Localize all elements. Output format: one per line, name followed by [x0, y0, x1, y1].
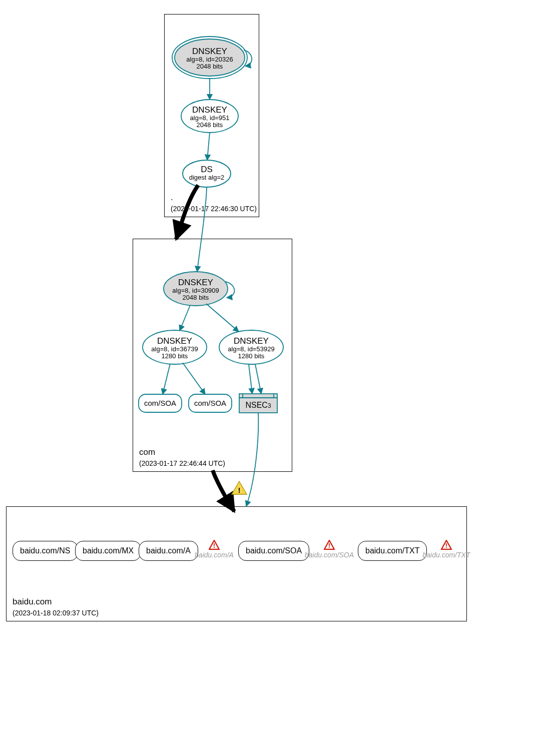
baidu-ns-node[interactable]: baidu.com/NS	[13, 541, 78, 561]
zone-baidu-timestamp: (2023-01-18 02:09:37 UTC)	[13, 609, 99, 617]
error-icon: !	[441, 540, 452, 550]
zone-com-label: com	[139, 447, 155, 457]
baidu-soa-error-label: baidu.com/SOA	[305, 551, 354, 559]
baidu-a-label: baidu.com/A	[146, 546, 191, 555]
warning-icon: !	[232, 481, 247, 494]
baidu-txt-node[interactable]: baidu.com/TXT	[358, 541, 427, 561]
baidu-mx-node[interactable]: baidu.com/MX	[75, 541, 141, 561]
zone-baidu-label: baidu.com	[13, 597, 52, 607]
svg-text:!: !	[213, 542, 215, 549]
svg-text:!: !	[328, 542, 330, 549]
zone-root-label: .	[171, 193, 173, 203]
error-icon: !	[324, 540, 335, 550]
zone-root: . (2023-01-17 22:46:30 UTC)	[164, 14, 259, 217]
zone-baidu: baidu.com (2023-01-18 02:09:37 UTC)	[6, 506, 467, 621]
baidu-soa-label: baidu.com/SOA	[246, 546, 302, 555]
baidu-soa-error[interactable]: ! baidu.com/SOA	[304, 540, 354, 559]
baidu-a-node[interactable]: baidu.com/A	[139, 541, 198, 561]
baidu-mx-label: baidu.com/MX	[83, 546, 134, 555]
zone-com-timestamp: (2023-01-17 22:46:44 UTC)	[139, 459, 225, 467]
zone-com: com (2023-01-17 22:46:44 UTC)	[133, 239, 292, 472]
svg-text:!: !	[238, 486, 241, 494]
baidu-txt-error-label: baidu.com/TXT	[423, 551, 470, 559]
baidu-soa-node[interactable]: baidu.com/SOA	[238, 541, 309, 561]
baidu-ns-label: baidu.com/NS	[20, 546, 71, 555]
baidu-a-error-label: baidu.com/A	[195, 551, 234, 559]
svg-text:!: !	[445, 542, 447, 549]
zone-root-timestamp: (2023-01-17 22:46:30 UTC)	[171, 205, 257, 213]
baidu-a-error[interactable]: ! baidu.com/A	[194, 540, 234, 559]
edge-com-to-baidu-zone	[213, 470, 234, 511]
baidu-txt-label: baidu.com/TXT	[365, 546, 419, 555]
baidu-txt-error[interactable]: ! baidu.com/TXT	[421, 540, 471, 559]
error-icon: !	[209, 540, 220, 550]
